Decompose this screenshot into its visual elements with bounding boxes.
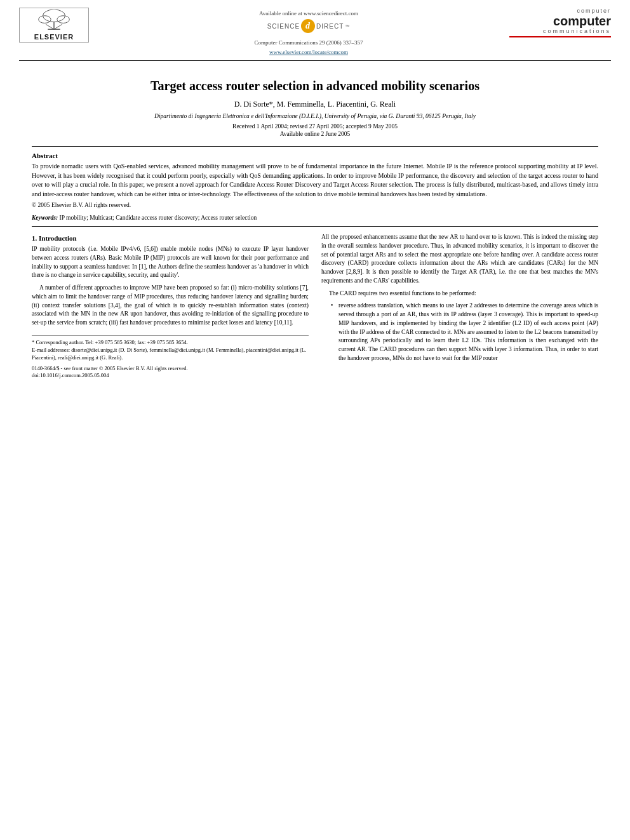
sd-circle-icon: d	[301, 19, 315, 33]
intro-para-2: A number of different approaches to impr…	[32, 284, 309, 328]
body-two-column: 1. Introduction IP mobility protocols (i…	[32, 233, 598, 380]
bullet-text-1: reverse address translation, which means…	[338, 302, 598, 363]
computer-communications-logo: computer computer communications	[509, 8, 611, 37]
intro-body-right: All the proposed enhancements assume tha…	[321, 233, 598, 298]
elsevier-wordmark: ELSEVIER	[34, 33, 74, 41]
bullet-item-1: • reverse address translation, which mea…	[331, 302, 598, 363]
received-dates: Received 1 April 2004; revised 27 April …	[32, 123, 598, 130]
cc-title-text: computer	[509, 14, 611, 28]
left-column: 1. Introduction IP mobility protocols (i…	[32, 233, 309, 380]
available-online-date: Available online 2 June 2005	[32, 131, 598, 137]
elsevier-tree-icon	[25, 10, 83, 33]
keywords-label: Keywords:	[32, 215, 60, 221]
sciencedirect-logo: SCIENCE d DIRECT ™	[267, 19, 351, 33]
cc-computer-word: computer	[509, 8, 611, 14]
right-column: All the proposed enhancements assume tha…	[321, 233, 598, 380]
abstract-section: Abstract To provide nomadic users with Q…	[32, 152, 598, 208]
svg-line-4	[46, 24, 54, 29]
journal-url[interactable]: www.elsevier.com/locate/comcom	[269, 49, 348, 55]
keywords-values: IP mobility; Multicast; Candidate access…	[60, 215, 257, 221]
abstract-divider-top	[32, 146, 598, 147]
svg-line-5	[54, 24, 62, 29]
affiliation: Dipartimento di Ingegneria Elettronica e…	[32, 113, 598, 119]
page-header: ELSEVIER Available online at www.science…	[0, 0, 630, 60]
abstract-title: Abstract	[32, 152, 598, 159]
footnote-issn: 0140-3664/$ - see front matter © 2005 El…	[32, 365, 309, 373]
header-center: Available online at www.sciencedirect.co…	[108, 8, 509, 55]
footnote-doi: doi:10.1016/j.comcom.2005.05.004	[32, 372, 309, 380]
authors: D. Di Sorte*, M. Femminella, L. Piacenti…	[32, 100, 598, 109]
right-para-1: All the proposed enhancements assume tha…	[321, 233, 598, 286]
footnote-email: E-mail addresses: disorte@diei.unipg.it …	[32, 347, 309, 362]
paper-title: Target access router selection in advanc…	[32, 79, 598, 93]
copyright-notice: © 2005 Elsevier B.V. All rights reserved…	[32, 202, 598, 208]
bullet-list: • reverse address translation, which mea…	[328, 302, 598, 363]
footnote-area: * Corresponding author. Tel: +39 075 585…	[32, 335, 309, 380]
bullet-dot-1: •	[331, 302, 336, 363]
page: ELSEVIER Available online at www.science…	[0, 0, 630, 840]
cc-subtitle-text: communications	[509, 28, 611, 34]
available-online-text: Available online at www.sciencedirect.co…	[108, 10, 509, 17]
trademark-symbol: ™	[345, 24, 350, 29]
body-divider	[32, 226, 598, 227]
direct-text: DIRECT	[316, 23, 344, 30]
cc-red-line	[509, 36, 611, 37]
science-text: SCIENCE	[267, 23, 300, 30]
intro-section-header: 1. Introduction	[32, 234, 309, 242]
journal-name: Computer Communications 29 (2006) 337–35…	[108, 39, 509, 46]
intro-para-1: IP mobility protocols (i.e. Mobile IPv4/…	[32, 245, 309, 280]
intro-body-left: IP mobility protocols (i.e. Mobile IPv4/…	[32, 245, 309, 328]
keywords-line: Keywords: IP mobility; Multicast; Candid…	[32, 215, 598, 221]
abstract-text: To provide nomadic users with QoS-enable…	[32, 162, 598, 199]
elsevier-box: ELSEVIER	[19, 8, 89, 43]
right-para-2: The CARD requires two essential function…	[321, 290, 598, 298]
footnote-corresponding: * Corresponding author. Tel: +39 075 585…	[32, 339, 309, 347]
elsevier-logo-area: ELSEVIER	[19, 8, 108, 43]
main-content: Target access router selection in advanc…	[0, 61, 630, 386]
